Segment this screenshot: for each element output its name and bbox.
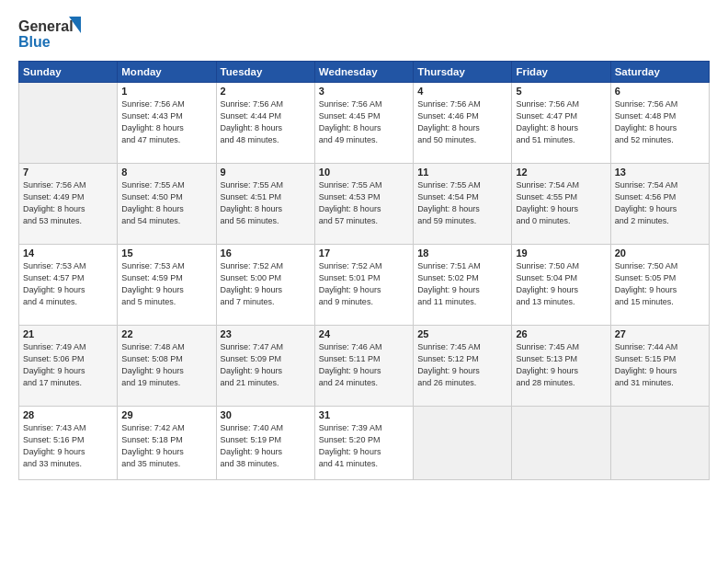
day-number: 14: [23, 247, 113, 259]
day-info: Sunrise: 7:49 AM Sunset: 5:06 PM Dayligh…: [23, 341, 113, 389]
day-number: 31: [319, 409, 409, 420]
header-cell-tuesday: Tuesday: [216, 62, 314, 83]
day-cell: 3Sunrise: 7:56 AM Sunset: 4:45 PM Daylig…: [314, 83, 413, 164]
day-cell: [414, 407, 512, 480]
day-info: Sunrise: 7:45 AM Sunset: 5:13 PM Dayligh…: [516, 341, 606, 389]
day-info: Sunrise: 7:54 AM Sunset: 4:56 PM Dayligh…: [615, 179, 705, 227]
day-cell: 11Sunrise: 7:55 AM Sunset: 4:54 PM Dayli…: [414, 164, 512, 245]
day-info: Sunrise: 7:47 AM Sunset: 5:09 PM Dayligh…: [221, 341, 311, 389]
day-cell: [512, 407, 610, 480]
day-number: 6: [615, 86, 705, 97]
day-cell: 2Sunrise: 7:56 AM Sunset: 4:44 PM Daylig…: [216, 83, 314, 164]
day-cell: 8Sunrise: 7:55 AM Sunset: 4:50 PM Daylig…: [118, 164, 216, 245]
day-info: Sunrise: 7:55 AM Sunset: 4:54 PM Dayligh…: [417, 179, 507, 227]
day-number: 28: [23, 409, 113, 420]
day-number: 13: [615, 167, 705, 178]
day-info: Sunrise: 7:55 AM Sunset: 4:50 PM Dayligh…: [121, 179, 211, 227]
week-row-4: 21Sunrise: 7:49 AM Sunset: 5:06 PM Dayli…: [19, 326, 710, 407]
day-number: 30: [221, 409, 311, 420]
day-number: 19: [516, 247, 606, 259]
header-cell-saturday: Saturday: [610, 62, 709, 83]
header-cell-friday: Friday: [512, 62, 610, 83]
day-cell: 16Sunrise: 7:52 AM Sunset: 5:00 PM Dayli…: [216, 245, 314, 326]
day-info: Sunrise: 7:56 AM Sunset: 4:49 PM Dayligh…: [23, 179, 113, 227]
day-info: Sunrise: 7:55 AM Sunset: 4:51 PM Dayligh…: [221, 179, 311, 227]
day-number: 9: [221, 167, 311, 178]
day-number: 1: [121, 86, 211, 97]
day-cell: 25Sunrise: 7:45 AM Sunset: 5:12 PM Dayli…: [414, 326, 512, 407]
day-cell: 22Sunrise: 7:48 AM Sunset: 5:08 PM Dayli…: [118, 326, 216, 407]
day-info: Sunrise: 7:56 AM Sunset: 4:44 PM Dayligh…: [221, 98, 311, 146]
day-number: 21: [23, 328, 113, 339]
day-number: 23: [221, 328, 311, 339]
day-number: 3: [319, 86, 409, 97]
day-cell: 24Sunrise: 7:46 AM Sunset: 5:11 PM Dayli…: [314, 326, 413, 407]
day-info: Sunrise: 7:52 AM Sunset: 5:00 PM Dayligh…: [221, 260, 311, 308]
day-info: Sunrise: 7:54 AM Sunset: 4:55 PM Dayligh…: [516, 179, 606, 227]
day-info: Sunrise: 7:53 AM Sunset: 4:59 PM Dayligh…: [121, 260, 211, 308]
day-info: Sunrise: 7:44 AM Sunset: 5:15 PM Dayligh…: [615, 341, 705, 389]
day-info: Sunrise: 7:56 AM Sunset: 4:48 PM Dayligh…: [615, 98, 705, 146]
day-info: Sunrise: 7:53 AM Sunset: 4:57 PM Dayligh…: [23, 260, 113, 308]
day-info: Sunrise: 7:46 AM Sunset: 5:11 PM Dayligh…: [319, 341, 409, 389]
day-cell: 6Sunrise: 7:56 AM Sunset: 4:48 PM Daylig…: [610, 83, 709, 164]
week-row-1: 1Sunrise: 7:56 AM Sunset: 4:43 PM Daylig…: [19, 83, 710, 164]
day-info: Sunrise: 7:56 AM Sunset: 4:47 PM Dayligh…: [516, 98, 606, 146]
day-info: Sunrise: 7:43 AM Sunset: 5:16 PM Dayligh…: [23, 422, 113, 470]
day-cell: 9Sunrise: 7:55 AM Sunset: 4:51 PM Daylig…: [216, 164, 314, 245]
svg-text:General: General: [18, 18, 74, 34]
day-number: 7: [23, 167, 113, 178]
logo-svg: GeneralBlue: [18, 15, 83, 52]
header: GeneralBlue: [18, 15, 710, 52]
day-cell: 29Sunrise: 7:42 AM Sunset: 5:18 PM Dayli…: [118, 407, 216, 480]
day-number: 12: [516, 167, 606, 178]
day-cell: 27Sunrise: 7:44 AM Sunset: 5:15 PM Dayli…: [610, 326, 709, 407]
week-row-2: 7Sunrise: 7:56 AM Sunset: 4:49 PM Daylig…: [19, 164, 710, 245]
header-cell-sunday: Sunday: [19, 62, 118, 83]
day-cell: 31Sunrise: 7:39 AM Sunset: 5:20 PM Dayli…: [314, 407, 413, 480]
day-cell: 10Sunrise: 7:55 AM Sunset: 4:53 PM Dayli…: [314, 164, 413, 245]
day-cell: 21Sunrise: 7:49 AM Sunset: 5:06 PM Dayli…: [19, 326, 118, 407]
day-cell: 26Sunrise: 7:45 AM Sunset: 5:13 PM Dayli…: [512, 326, 610, 407]
day-info: Sunrise: 7:51 AM Sunset: 5:02 PM Dayligh…: [417, 260, 507, 308]
day-number: 8: [121, 167, 211, 178]
day-info: Sunrise: 7:42 AM Sunset: 5:18 PM Dayligh…: [121, 422, 211, 470]
day-cell: 18Sunrise: 7:51 AM Sunset: 5:02 PM Dayli…: [414, 245, 512, 326]
day-number: 17: [319, 247, 409, 259]
day-cell: 5Sunrise: 7:56 AM Sunset: 4:47 PM Daylig…: [512, 83, 610, 164]
day-cell: 7Sunrise: 7:56 AM Sunset: 4:49 PM Daylig…: [19, 164, 118, 245]
day-cell: 1Sunrise: 7:56 AM Sunset: 4:43 PM Daylig…: [118, 83, 216, 164]
day-cell: [19, 83, 118, 164]
day-number: 22: [121, 328, 211, 339]
day-number: 27: [615, 328, 705, 339]
header-cell-wednesday: Wednesday: [314, 62, 413, 83]
day-cell: 12Sunrise: 7:54 AM Sunset: 4:55 PM Dayli…: [512, 164, 610, 245]
calendar-table: SundayMondayTuesdayWednesdayThursdayFrid…: [18, 61, 710, 480]
day-number: 25: [417, 328, 507, 339]
week-row-5: 28Sunrise: 7:43 AM Sunset: 5:16 PM Dayli…: [19, 407, 710, 480]
day-number: 16: [221, 247, 311, 259]
day-number: 20: [615, 247, 705, 259]
day-info: Sunrise: 7:50 AM Sunset: 5:04 PM Dayligh…: [516, 260, 606, 308]
day-info: Sunrise: 7:55 AM Sunset: 4:53 PM Dayligh…: [319, 179, 409, 227]
day-number: 5: [516, 86, 606, 97]
day-number: 24: [319, 328, 409, 339]
header-row: SundayMondayTuesdayWednesdayThursdayFrid…: [19, 62, 710, 83]
day-cell: 20Sunrise: 7:50 AM Sunset: 5:05 PM Dayli…: [610, 245, 709, 326]
day-cell: 23Sunrise: 7:47 AM Sunset: 5:09 PM Dayli…: [216, 326, 314, 407]
day-info: Sunrise: 7:50 AM Sunset: 5:05 PM Dayligh…: [615, 260, 705, 308]
day-cell: 30Sunrise: 7:40 AM Sunset: 5:19 PM Dayli…: [216, 407, 314, 480]
day-number: 2: [221, 86, 311, 97]
day-info: Sunrise: 7:56 AM Sunset: 4:46 PM Dayligh…: [417, 98, 507, 146]
day-number: 4: [417, 86, 507, 97]
day-info: Sunrise: 7:40 AM Sunset: 5:19 PM Dayligh…: [221, 422, 311, 470]
day-cell: 17Sunrise: 7:52 AM Sunset: 5:01 PM Dayli…: [314, 245, 413, 326]
day-cell: 14Sunrise: 7:53 AM Sunset: 4:57 PM Dayli…: [19, 245, 118, 326]
day-cell: 15Sunrise: 7:53 AM Sunset: 4:59 PM Dayli…: [118, 245, 216, 326]
day-cell: [610, 407, 709, 480]
day-number: 29: [121, 409, 211, 420]
day-info: Sunrise: 7:52 AM Sunset: 5:01 PM Dayligh…: [319, 260, 409, 308]
day-cell: 19Sunrise: 7:50 AM Sunset: 5:04 PM Dayli…: [512, 245, 610, 326]
svg-text:Blue: Blue: [18, 34, 51, 50]
day-info: Sunrise: 7:39 AM Sunset: 5:20 PM Dayligh…: [319, 422, 409, 470]
